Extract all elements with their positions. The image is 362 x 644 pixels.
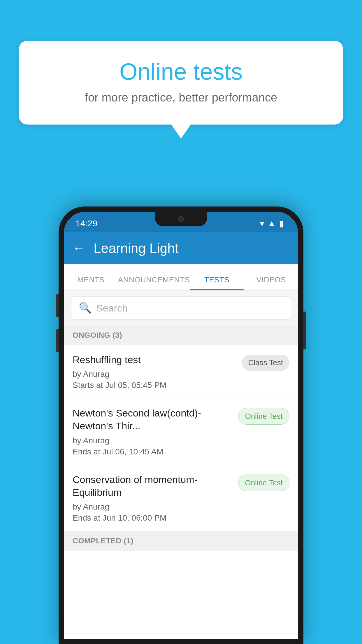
app-bar: ← Learning Light <box>64 232 298 264</box>
back-button[interactable]: ← <box>73 241 85 255</box>
battery-icon: ▮ <box>279 219 284 228</box>
test-badge: Online Test <box>238 408 289 425</box>
test-author: by Anurag <box>73 436 232 445</box>
test-info: Conservation of momentum-Equilibrium by … <box>73 473 238 523</box>
test-author: by Anurag <box>73 370 236 379</box>
wifi-icon: ▾ <box>260 219 264 228</box>
ongoing-label: ONGOING (3) <box>73 331 122 340</box>
app-title: Learning Light <box>94 240 179 256</box>
volume-up-button <box>56 294 59 317</box>
power-button <box>303 312 306 349</box>
test-time: Ends at Jun 10, 06:00 PM <box>73 513 232 523</box>
test-author: by Anurag <box>73 502 232 512</box>
test-info: Reshuffling test by Anurag Starts at Jul… <box>73 353 242 390</box>
status-icons: ▾ ▲ ▮ <box>260 219 284 228</box>
test-name: Newton's Second law(contd)-Newton's Thir… <box>73 407 232 432</box>
signal-icon: ▲ <box>268 219 276 228</box>
phone-screen: 14:29 ▾ ▲ ▮ ← Learning Light MENTS ANNOU… <box>64 212 298 639</box>
completed-section-header: COMPLETED (1) <box>64 531 298 551</box>
test-info: Newton's Second law(contd)-Newton's Thir… <box>73 407 238 456</box>
bubble-card: Online tests for more practice, better p… <box>19 41 343 125</box>
test-time: Ends at Jul 06, 10:45 AM <box>73 447 232 456</box>
promo-bubble: Online tests for more practice, better p… <box>19 41 343 139</box>
test-name: Conservation of momentum-Equilibrium <box>73 473 232 499</box>
tab-ments[interactable]: MENTS <box>64 275 118 290</box>
completed-label: COMPLETED (1) <box>73 536 133 545</box>
test-item[interactable]: Reshuffling test by Anurag Starts at Jul… <box>64 345 298 398</box>
tab-videos[interactable]: VIDEOS <box>244 275 298 290</box>
test-item[interactable]: Newton's Second law(contd)-Newton's Thir… <box>64 398 298 465</box>
status-time: 14:29 <box>75 218 97 228</box>
front-camera <box>178 216 184 222</box>
test-time: Starts at Jul 05, 05:45 PM <box>73 381 236 390</box>
volume-down-button <box>56 329 59 352</box>
search-bar-container: 🔍 Search <box>64 290 298 326</box>
test-badge: Class Test <box>242 355 289 371</box>
ongoing-section-header: ONGOING (3) <box>64 326 298 345</box>
tests-list: Reshuffling test by Anurag Starts at Jul… <box>64 345 298 639</box>
phone-frame: 14:29 ▾ ▲ ▮ ← Learning Light MENTS ANNOU… <box>59 206 303 644</box>
search-input-wrapper[interactable]: 🔍 Search <box>71 296 291 320</box>
tabs-bar: MENTS ANNOUNCEMENTS TESTS VIDEOS <box>64 264 298 290</box>
phone-notch <box>155 212 207 226</box>
search-icon: 🔍 <box>79 302 92 314</box>
test-badge: Online Test <box>238 475 289 491</box>
bubble-subtitle: for more practice, better performance <box>39 91 323 104</box>
tab-announcements[interactable]: ANNOUNCEMENTS <box>118 275 190 290</box>
test-name: Reshuffling test <box>73 353 236 366</box>
bubble-tail <box>171 124 191 139</box>
search-input[interactable]: Search <box>96 302 128 314</box>
test-item[interactable]: Conservation of momentum-Equilibrium by … <box>64 465 298 531</box>
tab-tests[interactable]: TESTS <box>190 275 244 290</box>
bubble-title: Online tests <box>39 58 323 85</box>
